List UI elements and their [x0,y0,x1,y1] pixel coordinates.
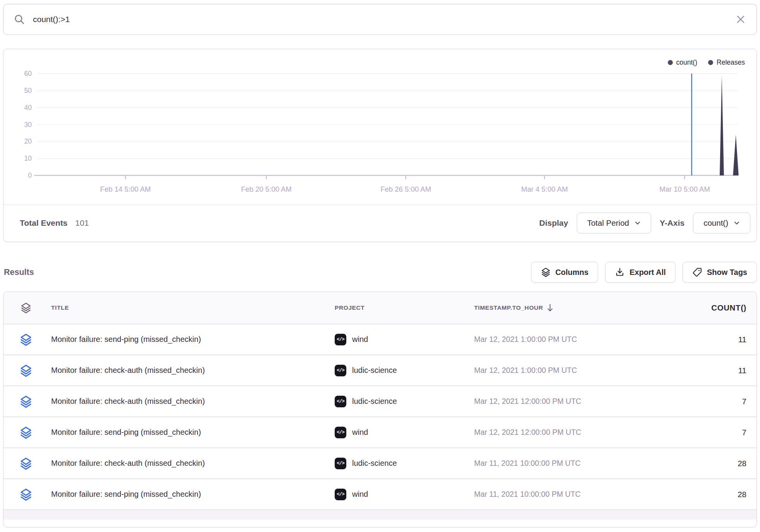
events-chart-panel: count()Releases 0102030405060Feb 14 5:00… [3,49,757,242]
stack-icon [541,267,551,277]
row-project: wind [352,490,368,499]
row-count: 11 [672,335,757,344]
y-axis-label: 40 [24,104,32,112]
show-tags-button-label: Show Tags [707,268,747,277]
search-bar[interactable] [3,4,757,35]
events-over-time-chart[interactable]: 0102030405060Feb 14 5:00 AMFeb 20 5:00 A… [3,49,757,204]
x-axis-label: Feb 20 5:00 AM [241,185,292,193]
chevron-down-icon [634,220,641,226]
column-header-title[interactable]: TITLE [48,304,335,311]
table-row[interactable]: Monitor failure: send-ping (missed_check… [3,479,757,510]
results-table: TITLE PROJECT TIMESTAMP.TO_HOUR COUNT() … [3,292,757,527]
tag-icon [692,267,702,277]
row-count: 28 [672,459,757,468]
project-platform-icon: </> [335,427,346,438]
legend-item[interactable]: Releases [708,58,745,67]
row-title[interactable]: Monitor failure: send-ping (missed_check… [48,490,335,499]
column-header-count[interactable]: COUNT() [672,303,757,312]
row-timestamp: Mar 12, 2021 12:00:00 PM UTC [474,397,672,406]
row-title[interactable]: Monitor failure: send-ping (missed_check… [48,428,335,437]
project-platform-icon: </> [335,489,346,500]
table-footer [3,510,757,520]
legend-item[interactable]: count() [668,58,697,67]
column-header-count-label: COUNT() [711,303,746,312]
clear-search-button[interactable] [735,14,746,25]
edit-columns-button[interactable] [20,302,32,314]
y-axis-label: 30 [24,121,32,129]
row-project: wind [352,428,368,437]
sort-descending-icon [546,304,554,312]
x-axis-label: Feb 26 5:00 AM [380,185,431,193]
yaxis-dropdown-value: count() [703,218,728,228]
column-header-title-label: TITLE [51,304,69,311]
search-icon [14,14,25,25]
row-timestamp: Mar 12, 2021 1:00:00 PM UTC [474,366,672,375]
chart-footer: Total Events 101 Display Total Period Y-… [3,204,757,241]
row-timestamp: Mar 12, 2021 1:00:00 PM UTC [474,335,672,344]
event-stack-icon[interactable] [19,333,33,346]
row-project: ludic-science [352,397,397,406]
event-stack-icon[interactable] [19,488,33,501]
row-project: ludic-science [352,366,397,375]
table-row[interactable]: Monitor failure: send-ping (missed_check… [3,417,757,448]
column-header-timestamp-label: TIMESTAMP.TO_HOUR [474,304,543,311]
table-row[interactable]: Monitor failure: send-ping (missed_check… [3,324,757,355]
row-timestamp: Mar 11, 2021 10:00:00 PM UTC [474,459,672,468]
count-series-spike [733,135,738,175]
table-header-row: TITLE PROJECT TIMESTAMP.TO_HOUR COUNT() [3,292,757,324]
table-body: Monitor failure: send-ping (missed_check… [3,324,757,510]
y-axis-label: 10 [24,154,32,162]
chevron-down-icon [734,220,740,226]
legend-dot-icon [668,60,673,65]
export-all-button[interactable]: Export All [605,262,676,283]
y-axis-label: 0 [28,172,32,179]
yaxis-dropdown[interactable]: count() [693,213,750,233]
columns-button[interactable]: Columns [531,262,598,283]
row-timestamp: Mar 12, 2021 12:00:00 PM UTC [474,428,672,437]
search-input[interactable] [33,15,727,24]
display-dropdown[interactable]: Total Period [577,213,651,233]
x-axis-label: Feb 14 5:00 AM [100,185,151,193]
row-timestamp: Mar 11, 2021 10:00:00 PM UTC [474,490,672,499]
display-label: Display [539,218,568,228]
total-events-value: 101 [75,218,89,228]
stack-icon [20,302,32,314]
results-heading: Results [4,268,34,277]
row-count: 7 [672,428,757,437]
column-header-project[interactable]: PROJECT [335,304,474,311]
x-axis-label: Mar 4 5:00 AM [521,185,568,193]
x-axis-label: Mar 10 5:00 AM [659,185,710,193]
close-icon [735,14,746,25]
legend-label: count() [676,58,697,67]
project-platform-icon: </> [335,396,346,407]
event-stack-icon[interactable] [19,395,33,408]
column-header-timestamp[interactable]: TIMESTAMP.TO_HOUR [474,304,672,312]
row-count: 7 [672,397,757,406]
event-stack-icon[interactable] [19,457,33,470]
table-row[interactable]: Monitor failure: check-auth (missed_chec… [3,355,757,386]
results-header-row: Results Columns Export All Show Tags [4,262,757,283]
export-all-button-label: Export All [629,268,666,277]
yaxis-label: Y-Axis [660,218,684,228]
project-platform-icon: </> [335,365,346,376]
row-project: ludic-science [352,459,397,468]
project-platform-icon: </> [335,458,346,469]
y-axis-label: 50 [24,87,32,94]
row-count: 28 [672,490,757,499]
show-tags-button[interactable]: Show Tags [683,262,757,283]
y-axis-label: 20 [24,137,32,145]
row-title[interactable]: Monitor failure: check-auth (missed_chec… [48,459,335,468]
row-title[interactable]: Monitor failure: check-auth (missed_chec… [48,366,335,375]
legend-label: Releases [717,58,745,67]
legend-dot-icon [708,60,713,65]
table-row[interactable]: Monitor failure: check-auth (missed_chec… [3,448,757,479]
columns-button-label: Columns [555,268,589,277]
chart-legend: count()Releases [668,58,745,67]
row-title[interactable]: Monitor failure: send-ping (missed_check… [48,335,335,344]
table-row[interactable]: Monitor failure: check-auth (missed_chec… [3,386,757,417]
row-count: 11 [672,366,757,375]
y-axis-label: 60 [24,70,32,77]
event-stack-icon[interactable] [19,426,33,439]
event-stack-icon[interactable] [19,364,33,377]
row-title[interactable]: Monitor failure: check-auth (missed_chec… [48,397,335,406]
